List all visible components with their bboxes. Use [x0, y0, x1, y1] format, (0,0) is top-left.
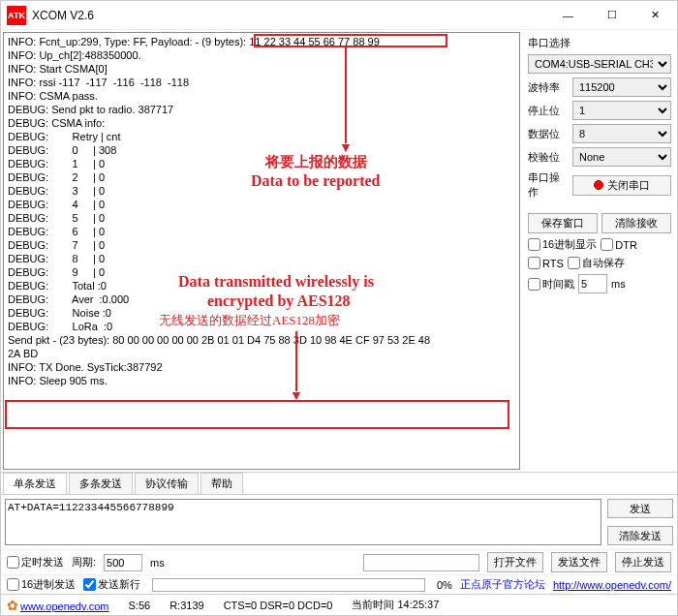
sidebar-panel: 串口选择 COM4:USB-SERIAL CH340 波特率115200 停止位… — [522, 30, 677, 472]
status-sent: S:56 — [129, 600, 151, 611]
console-line: 2A BD — [8, 347, 515, 360]
autosave-checkbox[interactable]: 自动保存 — [568, 256, 625, 270]
maximize-button[interactable]: ☐ — [590, 1, 633, 30]
save-window-button[interactable]: 保存窗口 — [528, 213, 598, 233]
open-file-button[interactable]: 打开文件 — [487, 552, 543, 572]
console-line: INFO: Sleep 905 ms. — [8, 374, 515, 387]
status-received: R:3139 — [170, 600, 203, 611]
console-line: DEBUG: Send pkt to radio. 387717 — [8, 103, 515, 116]
status-control-lines: CTS=0 DSR=0 DCD=0 — [224, 600, 333, 611]
baud-label: 波特率 — [528, 80, 569, 95]
stopbits-select[interactable]: 1 — [572, 101, 671, 120]
port-select[interactable]: COM4:USB-SERIAL CH340 — [528, 54, 671, 74]
forum-link[interactable]: http://www.openedv.com/ — [553, 579, 671, 591]
console-line: DEBUG: Retry | cnt — [8, 130, 515, 143]
baud-select[interactable]: 115200 — [572, 77, 671, 97]
send-newline-checkbox[interactable]: 发送新行 — [83, 577, 140, 592]
clear-receive-button[interactable]: 清除接收 — [601, 213, 671, 233]
clear-send-button[interactable]: 清除发送 — [607, 526, 673, 545]
arrow-down-icon: ▼ — [290, 331, 303, 399]
annotation-report-cn: 将要上报的数据 — [265, 155, 367, 169]
dtr-checkbox[interactable]: DTR — [601, 238, 637, 251]
console-line: INFO: Fcnt_up:299, Type: FF, Payload: - … — [8, 35, 515, 48]
app-logo-icon: ATK — [7, 6, 26, 25]
console-line: Send pkt - (23 bytes): 80 00 00 00 00 00… — [8, 333, 515, 347]
titlebar: ATK XCOM V2.6 — ☐ ✕ — [1, 1, 677, 30]
forum-label: 正点原子官方论坛 — [460, 577, 545, 592]
console-line: DEBUG: CSMA info: — [8, 116, 515, 130]
tab-multi-send[interactable]: 多条发送 — [69, 473, 133, 494]
period-label: 周期: — [72, 555, 96, 570]
tab-help[interactable]: 帮助 — [200, 473, 243, 494]
highlight-box-encrypted — [5, 400, 509, 429]
window-title: XCOM V2.6 — [32, 9, 546, 22]
timestamp-input[interactable] — [578, 274, 607, 293]
timestamp-checkbox[interactable]: 时间戳 — [528, 277, 574, 292]
stop-send-button[interactable]: 停止发送 — [615, 552, 671, 572]
timed-send-checkbox[interactable]: 定时发送 — [7, 555, 64, 570]
tab-protocol[interactable]: 协议传输 — [135, 473, 199, 494]
close-port-button[interactable]: 关闭串口 — [572, 175, 671, 196]
annotation-encrypt-cn: 无线发送的数据经过AES128加密 — [159, 314, 340, 327]
send-button[interactable]: 发送 — [607, 499, 673, 518]
status-time: 当前时间 14:25:37 — [352, 598, 439, 612]
send-textarea[interactable]: AT+DATA=112233445566778899 — [5, 499, 601, 545]
site-link[interactable]: www.openedv.com — [20, 601, 109, 612]
stopbits-label: 停止位 — [528, 104, 569, 118]
status-bar: ✿www.openedv.com S:56 R:3139 CTS=0 DSR=0… — [1, 594, 677, 615]
annotation-encrypt-en2: encrypted by AES128 — [207, 294, 351, 308]
send-tabs: 单条发送 多条发送 协议传输 帮助 — [1, 473, 677, 495]
tab-single-send[interactable]: 单条发送 — [3, 473, 67, 494]
port-op-label: 串口操作 — [528, 170, 569, 200]
send-file-button[interactable]: 发送文件 — [551, 552, 607, 572]
progress-bar — [152, 578, 425, 592]
console-line: DEBUG: 7 | 0 — [8, 238, 515, 252]
parity-select[interactable]: None — [572, 147, 671, 167]
console-line: DEBUG: 1 | 0 — [8, 157, 515, 170]
console-line: DEBUG: 5 | 0 — [8, 211, 515, 225]
minimize-button[interactable]: — — [546, 1, 590, 30]
close-button[interactable]: ✕ — [633, 1, 677, 30]
parity-label: 校验位 — [528, 150, 569, 165]
ms-label-2: ms — [150, 557, 165, 569]
port-group-label: 串口选择 — [528, 36, 671, 50]
hex-send-checkbox[interactable]: 16进制发送 — [7, 577, 76, 592]
hex-display-checkbox[interactable]: 16进制显示 — [528, 237, 597, 252]
progress-percent: 0% — [437, 579, 452, 591]
console-line: DEBUG: 0 | 308 — [8, 143, 515, 157]
console-line: INFO: Up_ch[2]:488350000. — [8, 48, 515, 62]
gear-icon: ✿ — [7, 598, 18, 613]
ms-label: ms — [611, 278, 626, 290]
record-dot-icon — [594, 180, 603, 190]
console-line: INFO: CSMA pass. — [8, 89, 515, 103]
console-line: DEBUG: 6 | 0 — [8, 225, 515, 238]
console-line: INFO: TX Done. SysTick:387792 — [8, 360, 515, 374]
rts-checkbox[interactable]: RTS — [528, 257, 564, 269]
databits-select[interactable]: 8 — [572, 124, 671, 143]
console-output[interactable]: ▼ 将要上报的数据 Data to be reported Data trans… — [3, 32, 520, 470]
databits-label: 数据位 — [528, 127, 569, 141]
arrow-down-icon: ▼ — [339, 46, 353, 151]
annotation-report-en: Data to be reported — [251, 174, 380, 188]
console-line: INFO: Start CSMA[0] — [8, 62, 515, 76]
console-line: DEBUG: 4 | 0 — [8, 198, 515, 211]
console-line: DEBUG: 8 | 0 — [8, 252, 515, 265]
file-path-input[interactable] — [363, 554, 479, 571]
annotation-encrypt-en1: Data transmitted wirelessly is — [178, 275, 374, 289]
console-line: INFO: rssi -117 -117 -116 -118 -118 — [8, 76, 515, 89]
period-input[interactable] — [104, 554, 142, 571]
